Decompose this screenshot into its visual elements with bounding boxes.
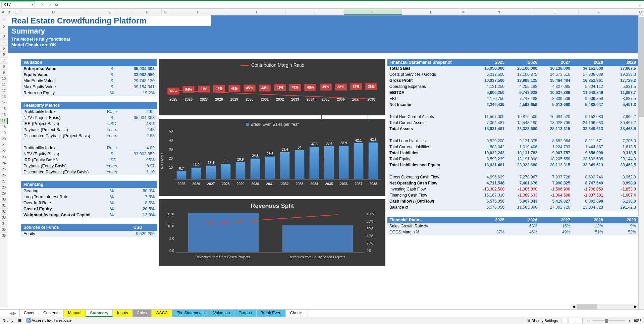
cm-bar: 48% <box>228 85 240 92</box>
accessibility-status[interactable]: ♿ Accessibility: Investigate <box>26 318 72 323</box>
zoom-in-icon[interactable]: + <box>629 319 631 323</box>
row-header-31[interactable]: 31 <box>0 203 8 209</box>
fx-label[interactable]: fx <box>55 2 58 7</box>
name-box[interactable]: K17 <box>1 1 35 8</box>
ratio-year-0: 2025 <box>472 218 504 222</box>
row-header-9[interactable]: 9 <box>0 70 8 76</box>
row-header-11[interactable]: 11 <box>0 82 8 88</box>
row-header-13[interactable]: 13 <box>0 94 8 100</box>
row-header-4[interactable]: 4 <box>0 40 8 46</box>
col-header-H[interactable]: H <box>169 9 227 15</box>
row-header-36[interactable]: 36 <box>0 233 8 239</box>
formula-input[interactable] <box>62 1 637 8</box>
vertical-scrollbar[interactable] <box>638 15 644 309</box>
row-header-16[interactable]: 16 <box>0 112 8 118</box>
cm-bar: 42% <box>274 84 286 91</box>
data-row: IRR (Project Basis)USD48% <box>21 121 157 127</box>
worksheet-content[interactable]: Real Estate Crowdfunding Platform Summar… <box>8 15 644 307</box>
col-header-N[interactable]: N <box>466 9 532 15</box>
fin-row: Financing Cash Flow15,167,310-1,089,633-… <box>387 193 644 199</box>
row-header-19[interactable]: 19 <box>0 130 8 136</box>
col-header-K[interactable]: K <box>344 9 402 15</box>
row-header-18[interactable]: 18 <box>0 124 8 130</box>
cm-bar: 54% <box>182 86 195 93</box>
sheet-tab-break-even[interactable]: Break Even <box>256 310 286 317</box>
row-header-12[interactable]: 12 <box>0 88 8 94</box>
row-header-26[interactable]: 26 <box>0 172 8 178</box>
sheet-tab-summary[interactable]: Summary <box>86 310 113 317</box>
row-header-25[interactable]: 25 <box>0 166 8 172</box>
macro-icon[interactable]: ▦ <box>18 318 21 323</box>
col-header-E[interactable]: E <box>87 9 132 15</box>
zoom-level[interactable]: 90% <box>634 319 641 323</box>
normal-view-icon[interactable] <box>561 318 568 323</box>
row-header-7[interactable]: 7 <box>0 58 8 64</box>
row-header-15[interactable]: 15 <box>0 106 8 112</box>
cancel-icon[interactable]: ✕ <box>39 1 46 8</box>
sheet-tab-fin-statements[interactable]: Fin. Statements <box>172 310 209 317</box>
row-header-32[interactable]: 32 <box>0 209 8 215</box>
data-row: Overdraft Rate%8.5% <box>21 200 157 206</box>
display-settings[interactable]: 🖥 Display Settings <box>527 319 558 323</box>
data-row: Long Term Interest Rate%7.5% <box>21 194 157 200</box>
horizontal-scrollbar[interactable]: ◀ ▶ <box>571 304 638 309</box>
row-header-33[interactable]: 33 <box>0 215 8 221</box>
row-header-35[interactable]: 35 <box>0 227 8 233</box>
zoom-out-icon[interactable]: − <box>586 319 588 323</box>
zoom-slider[interactable] <box>592 320 625 321</box>
row-header-1[interactable]: 1 <box>0 15 8 24</box>
fin-year-1: 2026 <box>504 60 537 65</box>
formula-expand-icon[interactable]: ⌄ <box>637 2 643 7</box>
row-header-28[interactable]: 28 <box>0 184 8 191</box>
ratio-year-4: 2029 <box>603 218 636 222</box>
sheet-tab-contents[interactable]: Contents <box>39 310 64 317</box>
row-header-29[interactable]: 29 <box>0 191 8 197</box>
row-header-5[interactable]: 5 <box>0 46 8 52</box>
col-header-Q[interactable]: Q <box>620 9 644 15</box>
col-header-G[interactable]: G <box>162 9 169 15</box>
row-header-20[interactable]: 20 <box>0 136 8 142</box>
sheet-tab-graphs[interactable]: Graphs <box>234 310 256 317</box>
tab-nav[interactable]: ◀▶ <box>9 311 16 316</box>
col-header-P[interactable]: P <box>579 9 620 15</box>
row-header-14[interactable]: 14 <box>0 100 8 106</box>
sheet-tab-checks[interactable]: Checks <box>286 310 308 317</box>
sheet-tab-valuation[interactable]: Valuation <box>209 310 234 317</box>
col-header-L[interactable]: L <box>402 9 461 15</box>
sheet-tab-manual[interactable]: Manual <box>64 310 86 317</box>
col-header-B[interactable]: B <box>6 9 12 15</box>
be-bar: 9.7 <box>175 167 187 179</box>
col-header-A[interactable]: A <box>0 9 6 15</box>
data-row: Profitability IndexRatio4.09 <box>21 145 157 151</box>
col-header-O[interactable]: O <box>532 9 579 15</box>
col-header-M[interactable]: M <box>460 9 466 15</box>
page-break-icon[interactable] <box>576 318 583 323</box>
page-layout-icon[interactable] <box>569 318 575 323</box>
row-header-23[interactable]: 23 <box>0 154 8 160</box>
row-header-17[interactable]: 17 <box>0 118 8 124</box>
row-header-3[interactable]: 3 <box>0 34 8 40</box>
col-header-J[interactable]: J <box>286 9 344 15</box>
accept-icon[interactable]: ✓ <box>47 1 54 8</box>
row-header-21[interactable]: 21 <box>0 142 8 148</box>
row-header-24[interactable]: 24 <box>0 160 8 166</box>
view-buttons[interactable] <box>561 318 583 323</box>
sheet-tab-calcs[interactable]: Calcs <box>132 310 151 317</box>
col-header-D[interactable]: D <box>20 9 87 15</box>
data-row: Equity Value$33,903,959 <box>21 72 157 78</box>
col-header-I[interactable]: I <box>227 9 286 15</box>
col-header-F[interactable]: F <box>132 9 162 15</box>
sheet-tab-inputs[interactable]: Inputs <box>113 310 132 317</box>
row-header-30[interactable]: 30 <box>0 197 8 203</box>
row-header-22[interactable]: 22 <box>0 148 8 154</box>
fin-row: Net Income2,246,4394,592,6595,013,6605,4… <box>387 102 644 108</box>
col-header-C[interactable]: C <box>12 9 20 15</box>
row-header-27[interactable]: 27 <box>0 178 8 184</box>
row-header-8[interactable]: 8 <box>0 64 8 70</box>
row-header-10[interactable]: 10 <box>0 76 8 82</box>
sheet-tab-cover[interactable]: Cover <box>19 310 39 317</box>
row-header-6[interactable]: 6 <box>0 52 8 58</box>
sheet-tab-wacc[interactable]: WACC <box>151 310 172 317</box>
row-header-34[interactable]: 34 <box>0 221 8 227</box>
row-header-2[interactable]: 2 <box>0 24 8 34</box>
